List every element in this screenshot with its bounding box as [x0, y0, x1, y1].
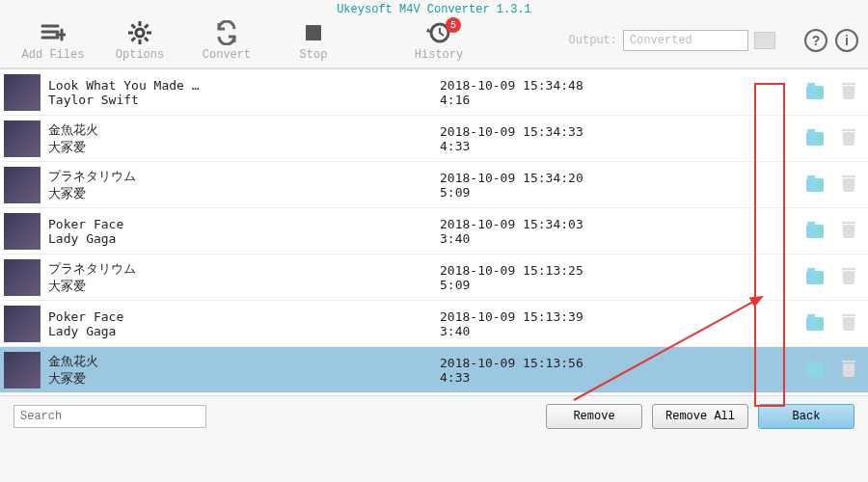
svg-line-6 [145, 38, 149, 41]
track-artist: 大冢爱 [48, 185, 440, 202]
track-title: プラネタリウム [48, 168, 440, 185]
history-label: History [415, 48, 463, 62]
track-timestamp: 2018-10-09 15:34:48 [440, 78, 797, 93]
track-artist: 大冢爱 [48, 278, 440, 295]
delete-icon[interactable] [843, 271, 854, 284]
row-actions [797, 178, 864, 192]
track-title: Poker Face [48, 309, 440, 324]
list-item[interactable]: プラネタリウム大冢爱2018-10-09 15:13:255:09 [0, 254, 868, 301]
history-button[interactable]: 5 History [395, 19, 482, 62]
track-artist: Taylor Swift [48, 93, 440, 107]
row-actions [797, 225, 864, 238]
track-duration: 5:09 [440, 185, 797, 200]
track-time: 2018-10-09 15:13:393:40 [440, 309, 797, 338]
row-actions [797, 363, 864, 377]
track-duration: 5:09 [440, 278, 797, 292]
track-meta: Poker FaceLady Gaga [48, 309, 440, 338]
track-meta: Look What You Made …Taylor Swift [48, 78, 440, 107]
track-artist: Lady Gaga [48, 324, 440, 338]
track-timestamp: 2018-10-09 15:13:25 [440, 263, 797, 278]
track-timestamp: 2018-10-09 15:13:39 [440, 309, 797, 324]
delete-icon[interactable] [843, 225, 854, 238]
thumbnail [4, 120, 41, 157]
track-title: プラネタリウム [48, 260, 440, 278]
bottom-bar: Remove Remove All Back [0, 396, 868, 437]
delete-icon[interactable] [843, 86, 854, 99]
list-item[interactable]: Poker FaceLady Gaga2018-10-09 15:13:393:… [0, 301, 868, 347]
track-time: 2018-10-09 15:13:255:09 [440, 263, 797, 292]
output-folder-input[interactable] [623, 30, 748, 51]
file-list: Look What You Made …Taylor Swift2018-10-… [0, 68, 868, 396]
row-actions [797, 86, 864, 99]
track-artist: 大冢爱 [48, 139, 440, 156]
track-duration: 3:40 [440, 231, 797, 246]
track-time: 2018-10-09 15:34:334:33 [440, 124, 797, 153]
delete-icon[interactable] [843, 178, 854, 192]
convert-button[interactable]: Convert [183, 19, 270, 62]
track-timestamp: 2018-10-09 15:13:56 [440, 356, 797, 370]
open-folder-icon[interactable] [806, 86, 824, 99]
track-duration: 3:40 [440, 324, 797, 338]
thumbnail [4, 352, 41, 388]
stop-button[interactable]: Stop [270, 19, 357, 62]
row-actions [797, 132, 864, 146]
add-files-button[interactable]: Add Files [10, 19, 96, 62]
open-folder-icon[interactable] [806, 132, 824, 146]
add-files-label: Add Files [22, 48, 85, 62]
track-meta: 金魚花火大冢爱 [48, 121, 440, 156]
convert-icon [214, 19, 239, 46]
history-badge: 5 [446, 17, 461, 33]
list-item[interactable]: 金魚花火大冢爱2018-10-09 15:13:564:33 [0, 347, 868, 393]
search-input[interactable] [14, 405, 206, 428]
back-button[interactable]: Back [758, 404, 854, 429]
thumbnail [4, 306, 41, 342]
track-title: Look What You Made … [48, 78, 440, 93]
toolbar: Add Files Options Convert Stop 5 History… [0, 17, 868, 68]
remove-all-button[interactable]: Remove All [652, 404, 748, 429]
open-folder-icon[interactable] [806, 363, 824, 377]
track-duration: 4:33 [440, 370, 797, 385]
open-folder-icon[interactable] [806, 271, 824, 284]
svg-line-5 [132, 25, 136, 29]
track-artist: Lady Gaga [48, 231, 440, 246]
svg-line-7 [145, 25, 149, 29]
delete-icon[interactable] [843, 363, 854, 377]
open-folder-icon[interactable] [806, 178, 824, 192]
track-meta: 金魚花火大冢爱 [48, 353, 440, 388]
track-meta: Poker FaceLady Gaga [48, 217, 440, 246]
thumbnail [4, 167, 41, 203]
svg-point-0 [136, 29, 144, 37]
output-label: Output: [569, 34, 617, 47]
convert-label: Convert [203, 48, 251, 62]
track-time: 2018-10-09 15:13:564:33 [440, 356, 797, 385]
track-title: 金魚花火 [48, 353, 440, 370]
track-time: 2018-10-09 15:34:205:09 [440, 171, 797, 200]
track-time: 2018-10-09 15:34:033:40 [440, 217, 797, 246]
track-artist: 大冢爱 [48, 370, 440, 388]
remove-button[interactable]: Remove [546, 404, 642, 429]
delete-icon[interactable] [843, 132, 854, 146]
list-item[interactable]: プラネタリウム大冢爱2018-10-09 15:34:205:09 [0, 162, 868, 208]
track-timestamp: 2018-10-09 15:34:20 [440, 171, 797, 185]
list-item[interactable]: Look What You Made …Taylor Swift2018-10-… [0, 69, 868, 116]
svg-line-8 [132, 38, 136, 41]
browse-folder-button[interactable] [754, 32, 775, 49]
track-meta: プラネタリウム大冢爱 [48, 260, 440, 295]
help-icon[interactable]: ? [804, 29, 827, 52]
svg-rect-9 [306, 25, 321, 40]
thumbnail [4, 259, 41, 296]
thumbnail [4, 74, 41, 111]
list-item[interactable]: Poker FaceLady Gaga2018-10-09 15:34:033:… [0, 208, 868, 254]
track-duration: 4:16 [440, 93, 797, 107]
info-icon[interactable]: i [835, 29, 858, 52]
stop-icon [304, 19, 323, 46]
track-meta: プラネタリウム大冢爱 [48, 168, 440, 202]
list-item[interactable]: 金魚花火大冢爱2018-10-09 15:34:334:33 [0, 116, 868, 162]
row-actions [797, 271, 864, 284]
gear-icon [127, 19, 152, 46]
open-folder-icon[interactable] [806, 225, 824, 238]
options-button[interactable]: Options [96, 19, 183, 62]
delete-icon[interactable] [843, 317, 854, 331]
add-files-icon [41, 19, 66, 46]
open-folder-icon[interactable] [806, 317, 824, 331]
